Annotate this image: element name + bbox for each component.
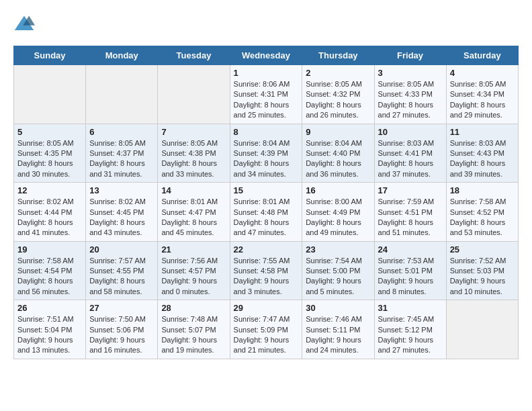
calendar-cell: 24Sunrise: 7:53 AM Sunset: 5:01 PM Dayli… bbox=[374, 241, 446, 300]
calendar-cell: 3Sunrise: 8:05 AM Sunset: 4:33 PM Daylig… bbox=[374, 65, 446, 124]
day-number: 9 bbox=[306, 127, 370, 137]
calendar-cell: 13Sunrise: 8:02 AM Sunset: 4:45 PM Dayli… bbox=[86, 183, 158, 242]
day-info: Sunrise: 8:01 AM Sunset: 4:48 PM Dayligh… bbox=[234, 197, 299, 238]
calendar-cell: 8Sunrise: 8:04 AM Sunset: 4:39 PM Daylig… bbox=[230, 124, 302, 183]
calendar-cell: 27Sunrise: 7:50 AM Sunset: 5:06 PM Dayli… bbox=[86, 300, 158, 359]
col-header-wednesday: Wednesday bbox=[230, 46, 302, 65]
day-info: Sunrise: 8:03 AM Sunset: 4:43 PM Dayligh… bbox=[450, 138, 515, 180]
day-number: 18 bbox=[450, 185, 515, 195]
day-info: Sunrise: 8:06 AM Sunset: 4:31 PM Dayligh… bbox=[234, 79, 299, 121]
week-row-1: 1Sunrise: 8:06 AM Sunset: 4:31 PM Daylig… bbox=[14, 65, 519, 124]
calendar-cell: 5Sunrise: 8:05 AM Sunset: 4:35 PM Daylig… bbox=[14, 124, 86, 183]
day-number: 22 bbox=[234, 244, 299, 255]
day-info: Sunrise: 7:55 AM Sunset: 4:58 PM Dayligh… bbox=[234, 256, 299, 298]
day-number: 27 bbox=[89, 303, 154, 313]
col-header-saturday: Saturday bbox=[446, 46, 518, 65]
calendar-cell: 17Sunrise: 7:59 AM Sunset: 4:51 PM Dayli… bbox=[374, 183, 446, 242]
calendar-cell bbox=[14, 65, 86, 124]
logo bbox=[13, 13, 38, 35]
day-info: Sunrise: 7:54 AM Sunset: 5:00 PM Dayligh… bbox=[306, 256, 370, 298]
day-number: 21 bbox=[161, 244, 226, 255]
day-number: 4 bbox=[450, 68, 515, 78]
day-info: Sunrise: 8:04 AM Sunset: 4:40 PM Dayligh… bbox=[306, 138, 370, 180]
week-row-3: 12Sunrise: 8:02 AM Sunset: 4:44 PM Dayli… bbox=[14, 183, 519, 242]
day-info: Sunrise: 7:45 AM Sunset: 5:12 PM Dayligh… bbox=[378, 314, 443, 356]
calendar-cell: 20Sunrise: 7:57 AM Sunset: 4:55 PM Dayli… bbox=[86, 241, 158, 300]
calendar-cell bbox=[158, 65, 230, 124]
day-info: Sunrise: 7:52 AM Sunset: 5:03 PM Dayligh… bbox=[450, 256, 515, 298]
day-info: Sunrise: 8:04 AM Sunset: 4:39 PM Dayligh… bbox=[234, 138, 299, 180]
calendar-cell: 26Sunrise: 7:51 AM Sunset: 5:04 PM Dayli… bbox=[14, 300, 86, 359]
day-number: 13 bbox=[89, 185, 154, 195]
calendar-cell bbox=[86, 65, 158, 124]
day-number: 7 bbox=[161, 127, 226, 137]
calendar-cell: 1Sunrise: 8:06 AM Sunset: 4:31 PM Daylig… bbox=[230, 65, 302, 124]
day-number: 28 bbox=[161, 303, 226, 313]
calendar-cell: 9Sunrise: 8:04 AM Sunset: 4:40 PM Daylig… bbox=[302, 124, 374, 183]
day-info: Sunrise: 8:05 AM Sunset: 4:33 PM Dayligh… bbox=[378, 79, 443, 121]
calendar-cell: 22Sunrise: 7:55 AM Sunset: 4:58 PM Dayli… bbox=[230, 241, 302, 300]
calendar-cell: 28Sunrise: 7:48 AM Sunset: 5:07 PM Dayli… bbox=[158, 300, 230, 359]
day-number: 6 bbox=[89, 127, 154, 137]
calendar-cell: 23Sunrise: 7:54 AM Sunset: 5:00 PM Dayli… bbox=[302, 241, 374, 300]
day-info: Sunrise: 7:53 AM Sunset: 5:01 PM Dayligh… bbox=[378, 256, 443, 298]
calendar-cell: 14Sunrise: 8:01 AM Sunset: 4:47 PM Dayli… bbox=[158, 183, 230, 242]
day-number: 19 bbox=[17, 244, 82, 255]
day-info: Sunrise: 8:05 AM Sunset: 4:32 PM Dayligh… bbox=[306, 79, 370, 121]
col-header-tuesday: Tuesday bbox=[158, 46, 230, 65]
calendar-body: 1Sunrise: 8:06 AM Sunset: 4:31 PM Daylig… bbox=[14, 65, 519, 359]
day-number: 26 bbox=[17, 303, 82, 313]
calendar-cell: 11Sunrise: 8:03 AM Sunset: 4:43 PM Dayli… bbox=[446, 124, 518, 183]
calendar-header-row: SundayMondayTuesdayWednesdayThursdayFrid… bbox=[14, 46, 519, 65]
col-header-monday: Monday bbox=[86, 46, 158, 65]
page-header bbox=[13, 13, 519, 35]
day-number: 1 bbox=[234, 68, 299, 78]
calendar-cell: 10Sunrise: 8:03 AM Sunset: 4:41 PM Dayli… bbox=[374, 124, 446, 183]
day-info: Sunrise: 8:02 AM Sunset: 4:45 PM Dayligh… bbox=[89, 197, 154, 238]
day-number: 15 bbox=[234, 185, 299, 195]
day-number: 12 bbox=[17, 185, 82, 195]
day-number: 16 bbox=[306, 185, 370, 195]
calendar-cell: 31Sunrise: 7:45 AM Sunset: 5:12 PM Dayli… bbox=[374, 300, 446, 359]
day-number: 17 bbox=[378, 185, 443, 195]
day-info: Sunrise: 7:56 AM Sunset: 4:57 PM Dayligh… bbox=[161, 256, 226, 298]
day-number: 5 bbox=[17, 127, 82, 137]
day-info: Sunrise: 7:59 AM Sunset: 4:51 PM Dayligh… bbox=[378, 197, 443, 238]
calendar-cell: 4Sunrise: 8:05 AM Sunset: 4:34 PM Daylig… bbox=[446, 65, 518, 124]
logo-icon bbox=[13, 13, 35, 35]
day-info: Sunrise: 7:51 AM Sunset: 5:04 PM Dayligh… bbox=[17, 314, 82, 356]
day-number: 23 bbox=[306, 244, 370, 255]
day-info: Sunrise: 8:00 AM Sunset: 4:49 PM Dayligh… bbox=[306, 197, 370, 238]
calendar-table: SundayMondayTuesdayWednesdayThursdayFrid… bbox=[13, 46, 519, 359]
col-header-friday: Friday bbox=[374, 46, 446, 65]
calendar-cell: 16Sunrise: 8:00 AM Sunset: 4:49 PM Dayli… bbox=[302, 183, 374, 242]
day-number: 2 bbox=[306, 68, 370, 78]
day-number: 3 bbox=[378, 68, 443, 78]
calendar-cell bbox=[446, 300, 518, 359]
day-info: Sunrise: 7:58 AM Sunset: 4:52 PM Dayligh… bbox=[450, 197, 515, 238]
day-number: 14 bbox=[161, 185, 226, 195]
day-number: 29 bbox=[234, 303, 299, 313]
day-number: 11 bbox=[450, 127, 515, 137]
calendar-cell: 7Sunrise: 8:05 AM Sunset: 4:38 PM Daylig… bbox=[158, 124, 230, 183]
col-header-sunday: Sunday bbox=[14, 46, 86, 65]
calendar-cell: 15Sunrise: 8:01 AM Sunset: 4:48 PM Dayli… bbox=[230, 183, 302, 242]
day-number: 20 bbox=[89, 244, 154, 255]
day-number: 8 bbox=[234, 127, 299, 137]
week-row-5: 26Sunrise: 7:51 AM Sunset: 5:04 PM Dayli… bbox=[14, 300, 519, 359]
day-info: Sunrise: 8:05 AM Sunset: 4:34 PM Dayligh… bbox=[450, 79, 515, 121]
day-info: Sunrise: 7:47 AM Sunset: 5:09 PM Dayligh… bbox=[234, 314, 299, 356]
day-info: Sunrise: 8:05 AM Sunset: 4:35 PM Dayligh… bbox=[17, 138, 82, 180]
calendar-cell: 30Sunrise: 7:46 AM Sunset: 5:11 PM Dayli… bbox=[302, 300, 374, 359]
day-info: Sunrise: 7:58 AM Sunset: 4:54 PM Dayligh… bbox=[17, 256, 82, 298]
week-row-4: 19Sunrise: 7:58 AM Sunset: 4:54 PM Dayli… bbox=[14, 241, 519, 300]
day-number: 24 bbox=[378, 244, 443, 255]
day-info: Sunrise: 7:46 AM Sunset: 5:11 PM Dayligh… bbox=[306, 314, 370, 356]
day-info: Sunrise: 7:48 AM Sunset: 5:07 PM Dayligh… bbox=[161, 314, 226, 356]
col-header-thursday: Thursday bbox=[302, 46, 374, 65]
day-info: Sunrise: 7:57 AM Sunset: 4:55 PM Dayligh… bbox=[89, 256, 154, 298]
week-row-2: 5Sunrise: 8:05 AM Sunset: 4:35 PM Daylig… bbox=[14, 124, 519, 183]
day-number: 31 bbox=[378, 303, 443, 313]
day-number: 10 bbox=[378, 127, 443, 137]
calendar-cell: 2Sunrise: 8:05 AM Sunset: 4:32 PM Daylig… bbox=[302, 65, 374, 124]
